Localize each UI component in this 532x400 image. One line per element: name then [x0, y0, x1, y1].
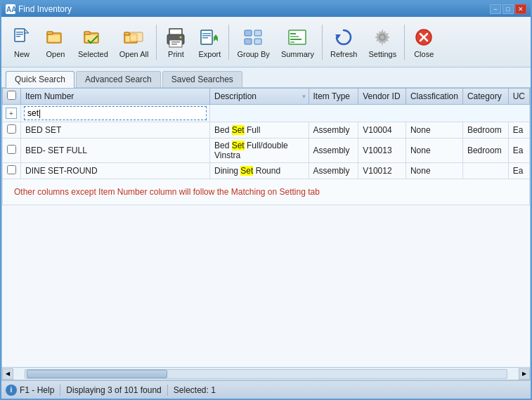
- display-count-text: Displaying 3 of 101 found: [66, 385, 161, 395]
- help-text: F1 - Help: [20, 385, 54, 395]
- select-all-checkbox[interactable]: [7, 91, 16, 100]
- selected-count-text: Selected: 1: [174, 385, 216, 395]
- search-row: +: [3, 105, 530, 122]
- svg-rect-4: [16, 36, 20, 37]
- close-window-button[interactable]: ✕: [515, 4, 526, 14]
- vendor-id-cell: V10012: [358, 163, 406, 179]
- col-header-category: Category: [462, 89, 508, 105]
- table-scroll-area: Item Number Description ▼ Item Type Vend…: [2, 88, 530, 367]
- item-type-cell: Assembly: [309, 163, 358, 179]
- tab-saved-searches[interactable]: Saved Searches: [162, 71, 242, 87]
- group-by-icon: [242, 26, 265, 49]
- toolbar-close-button[interactable]: Close: [408, 20, 440, 64]
- classification-cell: None: [406, 163, 462, 179]
- item-type-cell: Assembly: [309, 122, 358, 138]
- scroll-right-button[interactable]: ▶: [519, 368, 530, 380]
- toolbar-open-button[interactable]: Open: [39, 20, 72, 64]
- scrollbar-track[interactable]: [25, 369, 507, 379]
- title-bar: AA Find Inventory − □ ✕: [1, 1, 531, 17]
- classification-cell: None: [406, 122, 462, 138]
- tabs-container: Quick Search Advanced Search Saved Searc…: [1, 67, 531, 88]
- svg-rect-20: [171, 44, 177, 45]
- svg-rect-35: [290, 39, 301, 40]
- scroll-left-button[interactable]: ◀: [2, 368, 13, 380]
- settings-icon: [371, 26, 394, 49]
- status-bar: i F1 - Help Displaying 3 of 101 found Se…: [1, 380, 531, 399]
- status-divider-2: [167, 385, 168, 396]
- category-cell: [462, 163, 508, 179]
- svg-text:AA: AA: [6, 6, 15, 13]
- toolbar-export-button[interactable]: Export: [193, 20, 226, 64]
- scrollbar-thumb[interactable]: [27, 370, 167, 378]
- item-number-cell: BED- SET FULL: [21, 138, 210, 163]
- search-input-cell: [21, 105, 210, 122]
- print-label: Print: [168, 50, 184, 58]
- toolbar-new-button[interactable]: New: [6, 20, 38, 64]
- toolbar-open-selected-button[interactable]: Selected: [73, 20, 113, 64]
- col-header-checkbox: [3, 89, 21, 105]
- svg-rect-3: [16, 34, 23, 35]
- close-toolbar-icon: [413, 26, 435, 49]
- tab-quick-search[interactable]: Quick Search: [6, 71, 74, 88]
- uc-cell: Ea: [508, 138, 529, 163]
- svg-rect-7: [47, 32, 53, 34]
- toolbar: New Open Select: [1, 17, 531, 67]
- category-cell: Bedroom: [462, 138, 508, 163]
- toolbar-print-button[interactable]: Print: [160, 20, 192, 64]
- tab-advanced-search[interactable]: Advanced Search: [76, 71, 161, 87]
- refresh-icon: [332, 26, 355, 49]
- svg-rect-19: [171, 41, 180, 43]
- search-expand-cell: +: [3, 105, 21, 122]
- col-header-vendor-id: Vendor ID: [358, 89, 406, 105]
- item-number-search-input[interactable]: [24, 106, 207, 120]
- open-label: Open: [46, 50, 65, 58]
- title-bar-controls: − □ ✕: [490, 4, 526, 14]
- description-cell: Bed Set Full/double Vinstra: [210, 138, 309, 163]
- svg-rect-10: [84, 32, 90, 34]
- svg-rect-1: [15, 29, 25, 41]
- svg-rect-23: [202, 33, 211, 34]
- row-checkbox-cell: [3, 163, 21, 179]
- table-row: BED- SET FULL Bed Set Full/double Vinstr…: [3, 138, 530, 163]
- help-area: i F1 - Help: [6, 385, 54, 396]
- search-rest-cell: [210, 105, 530, 122]
- main-window: AA Find Inventory − □ ✕ New: [0, 0, 532, 400]
- toolbar-settings-button[interactable]: Settings: [363, 20, 401, 64]
- info-message: Other columns except Item Number column …: [7, 181, 525, 202]
- row-checkbox[interactable]: [7, 124, 16, 134]
- open-all-label: Open All: [119, 50, 149, 58]
- minimize-button[interactable]: −: [490, 4, 501, 14]
- summary-label: Summary: [281, 50, 314, 58]
- svg-rect-25: [202, 37, 208, 39]
- col-header-item-type: Item Type: [309, 89, 358, 105]
- svg-rect-8: [48, 35, 60, 41]
- main-table-area: Item Number Description ▼ Item Type Vend…: [1, 88, 531, 380]
- toolbar-summary-button[interactable]: Summary: [276, 20, 319, 64]
- sort-icon: ▼: [301, 93, 307, 100]
- info-message-cell: Other columns except Item Number column …: [3, 179, 530, 205]
- toolbar-group-by-button[interactable]: Group By: [232, 20, 274, 64]
- col-header-item-number: Item Number: [21, 89, 210, 105]
- toolbar-refresh-button[interactable]: Refresh: [325, 20, 363, 64]
- export-label: Export: [199, 50, 221, 58]
- col-header-classification: Classfication: [406, 89, 462, 105]
- info-row: Other columns except Item Number column …: [3, 179, 530, 205]
- row-checkbox[interactable]: [7, 165, 16, 174]
- col-header-description: Description ▼: [210, 89, 309, 105]
- settings-label: Settings: [368, 50, 396, 58]
- vendor-id-cell: V10013: [358, 138, 406, 163]
- svg-rect-34: [290, 36, 299, 37]
- horizontal-scrollbar: ◀ ▶: [2, 367, 530, 380]
- svg-point-21: [180, 36, 182, 38]
- row-checkbox[interactable]: [7, 145, 16, 154]
- separator-3: [322, 25, 323, 60]
- expand-button[interactable]: +: [6, 108, 17, 119]
- item-number-cell: DINE SET-ROUND: [21, 163, 210, 179]
- svg-rect-24: [202, 35, 211, 37]
- svg-rect-33: [290, 33, 296, 34]
- toolbar-open-all-button[interactable]: Open All: [115, 20, 154, 64]
- highlight-set: Set: [240, 166, 253, 176]
- svg-marker-27: [214, 34, 218, 37]
- restore-button[interactable]: □: [502, 4, 514, 14]
- new-icon: [11, 26, 33, 49]
